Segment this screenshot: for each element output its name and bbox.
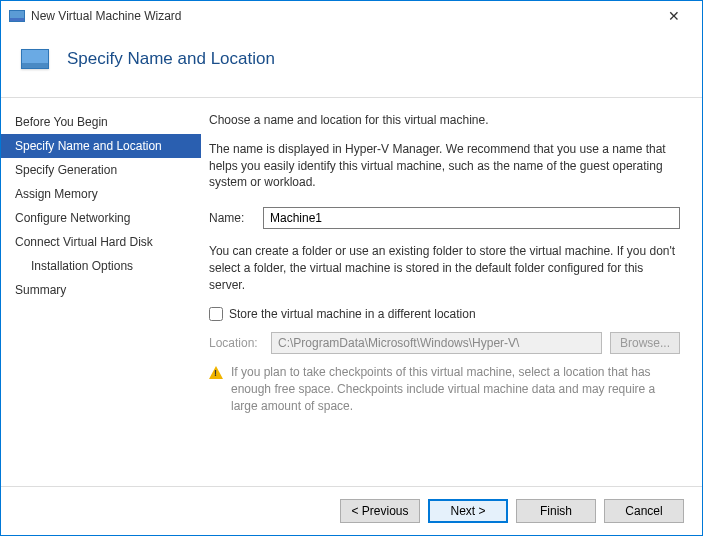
wizard-body: Before You Begin Specify Name and Locati…	[1, 98, 702, 486]
sidebar-item-specify-generation[interactable]: Specify Generation	[1, 158, 201, 182]
browse-button: Browse...	[610, 332, 680, 354]
store-different-location-label: Store the virtual machine in a different…	[229, 306, 476, 323]
description-text: The name is displayed in Hyper-V Manager…	[209, 141, 680, 191]
titlebar: New Virtual Machine Wizard ✕	[1, 1, 702, 31]
sidebar-item-connect-virtual-hard-disk[interactable]: Connect Virtual Hard Disk	[1, 230, 201, 254]
location-input	[271, 332, 602, 354]
warning-text: If you plan to take checkpoints of this …	[231, 364, 680, 414]
folder-description: You can create a folder or use an existi…	[209, 243, 680, 293]
wizard-content: Choose a name and location for this virt…	[201, 98, 702, 486]
name-input[interactable]	[263, 207, 680, 229]
location-label: Location:	[209, 335, 263, 352]
vm-large-icon	[21, 49, 49, 69]
finish-button[interactable]: Finish	[516, 499, 596, 523]
sidebar-item-before-you-begin[interactable]: Before You Begin	[1, 110, 201, 134]
name-label: Name:	[209, 210, 253, 227]
store-different-location-checkbox[interactable]	[209, 307, 223, 321]
sidebar-item-specify-name-location[interactable]: Specify Name and Location	[1, 134, 201, 158]
wizard-steps-sidebar: Before You Begin Specify Name and Locati…	[1, 98, 201, 486]
close-button[interactable]: ✕	[654, 3, 694, 29]
warning-icon	[209, 366, 223, 379]
warning-row: If you plan to take checkpoints of this …	[209, 364, 680, 414]
page-title: Specify Name and Location	[67, 49, 275, 69]
wizard-footer: < Previous Next > Finish Cancel	[1, 486, 702, 535]
name-row: Name:	[209, 207, 680, 229]
next-button[interactable]: Next >	[428, 499, 508, 523]
store-different-location-row: Store the virtual machine in a different…	[209, 306, 680, 323]
sidebar-item-configure-networking[interactable]: Configure Networking	[1, 206, 201, 230]
sidebar-item-assign-memory[interactable]: Assign Memory	[1, 182, 201, 206]
previous-button[interactable]: < Previous	[340, 499, 420, 523]
wizard-header: Specify Name and Location	[1, 31, 702, 98]
location-row: Location: Browse...	[209, 332, 680, 354]
vm-icon	[9, 10, 25, 22]
intro-text: Choose a name and location for this virt…	[209, 112, 680, 129]
sidebar-item-installation-options[interactable]: Installation Options	[1, 254, 201, 278]
window-title: New Virtual Machine Wizard	[31, 9, 182, 23]
cancel-button[interactable]: Cancel	[604, 499, 684, 523]
sidebar-item-summary[interactable]: Summary	[1, 278, 201, 302]
wizard-window: New Virtual Machine Wizard ✕ Specify Nam…	[0, 0, 703, 536]
